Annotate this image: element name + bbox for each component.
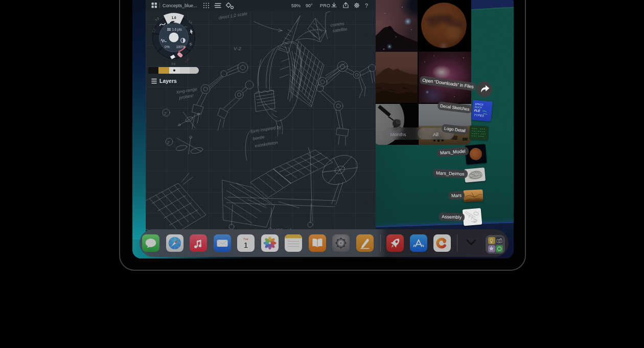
svg-text:1: 1 [244,241,248,249]
svg-text:8.9: 8.9 [171,62,175,66]
svg-text:Layers: Layers [159,78,177,84]
svg-text:FLE: FLE [474,109,481,113]
svg-text:beetle: beetle [252,134,265,141]
svg-text:V·2: V·2 [234,46,242,51]
svg-text:satellite: satellite [332,27,348,33]
svg-text:100%: 100% [176,45,185,49]
svg-text:exoskeleton: exoskeleton [255,140,279,148]
svg-text:TYPES: TYPES [474,114,484,118]
svg-text:1.6 pts: 1.6 pts [172,28,181,32]
svg-text:direct 1:2 scale: direct 1:2 scale [218,11,248,20]
svg-text:2: 2 [164,111,167,116]
svg-text:14.5: 14.5 [184,57,190,63]
svg-text:1.6: 1.6 [171,16,176,19]
svg-text:0%: 0% [165,45,170,49]
svg-text:2: 2 [167,140,170,145]
svg-text:1.3: 1.3 [154,17,159,21]
svg-text:form inspired by: form inspired by [250,124,282,134]
